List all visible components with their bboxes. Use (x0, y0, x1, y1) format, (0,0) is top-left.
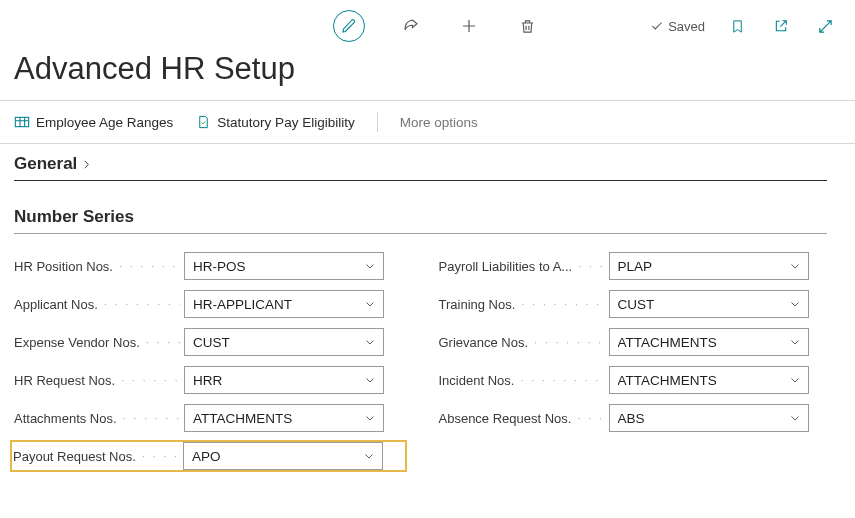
edit-button[interactable] (333, 10, 365, 42)
check-icon (650, 19, 664, 33)
field-input-wrap (184, 366, 384, 394)
bookmark-icon (730, 18, 745, 35)
lookup-input[interactable] (609, 404, 809, 432)
field-label: Applicant Nos.· · · · · · · · · · · · · … (14, 297, 184, 312)
field-label: Grievance Nos.· · · · · · · · · · · · · … (439, 335, 609, 350)
expand-icon (817, 18, 834, 35)
lookup-input[interactable] (609, 366, 809, 394)
field-label: Incident Nos.· · · · · · · · · · · · · ·… (439, 373, 609, 388)
field-label-text: Applicant Nos. (14, 297, 98, 312)
field-label-text: HR Request Nos. (14, 373, 115, 388)
toolbar-right-group: Saved (650, 14, 837, 38)
lookup-input[interactable] (609, 290, 809, 318)
field-label: HR Request Nos.· · · · · · · · · · · · ·… (14, 373, 184, 388)
saved-label: Saved (668, 19, 705, 34)
right-column: Payroll Liabilities to A...· · · · · · ·… (439, 252, 828, 480)
field-input-wrap (609, 328, 809, 356)
lookup-input[interactable] (184, 366, 384, 394)
dots-filler: · · · · · · · · · · · · · · · · · · (146, 335, 180, 349)
field-label-text: Absence Request Nos. (439, 411, 572, 426)
field-row: Applicant Nos.· · · · · · · · · · · · · … (14, 290, 403, 318)
field-label-text: Payout Request Nos. (13, 449, 136, 464)
lookup-input[interactable] (183, 442, 383, 470)
field-row: Attachments Nos.· · · · · · · · · · · · … (14, 404, 403, 432)
field-label: Absence Request Nos.· · · · · · · · · · … (439, 411, 609, 426)
action-employee-age-ranges[interactable]: Employee Age Ranges (14, 114, 173, 130)
expand-button[interactable] (813, 14, 837, 38)
lookup-input[interactable] (609, 328, 809, 356)
dots-filler: · · · · · · · · · · · · · · · · · · (520, 373, 604, 387)
document-check-icon (195, 114, 211, 130)
top-toolbar: Saved (0, 0, 855, 52)
field-input-wrap (184, 404, 384, 432)
field-label-text: Grievance Nos. (439, 335, 529, 350)
delete-button[interactable] (515, 14, 539, 38)
field-input-wrap (609, 366, 809, 394)
dots-filler: · · · · · · · · · · · · · · · · · · (123, 411, 180, 425)
field-label-text: Expense Vendor Nos. (14, 335, 140, 350)
action-label: Employee Age Ranges (36, 115, 173, 130)
action-bar: Employee Age Ranges Statutory Pay Eligib… (0, 100, 855, 144)
section-number-series-header: Number Series (14, 207, 827, 234)
toolbar-center-group (333, 10, 539, 42)
lookup-input[interactable] (184, 404, 384, 432)
field-row: Expense Vendor Nos.· · · · · · · · · · ·… (14, 328, 403, 356)
field-input-wrap (609, 290, 809, 318)
popout-button[interactable] (769, 14, 793, 38)
saved-indicator: Saved (650, 19, 705, 34)
table-icon (14, 114, 30, 130)
section-general-header[interactable]: General (14, 154, 827, 181)
field-label: HR Position Nos.· · · · · · · · · · · · … (14, 259, 184, 274)
field-row: Training Nos.· · · · · · · · · · · · · ·… (439, 290, 828, 318)
lookup-input[interactable] (609, 252, 809, 280)
chevron-right-icon (79, 157, 93, 171)
field-label: Payroll Liabilities to A...· · · · · · ·… (439, 259, 609, 274)
field-row: Incident Nos.· · · · · · · · · · · · · ·… (439, 366, 828, 394)
field-label: Attachments Nos.· · · · · · · · · · · · … (14, 411, 184, 426)
lookup-input[interactable] (184, 328, 384, 356)
field-row: Absence Request Nos.· · · · · · · · · · … (439, 404, 828, 432)
pencil-icon (341, 18, 357, 34)
field-input-wrap (184, 252, 384, 280)
left-column: HR Position Nos.· · · · · · · · · · · · … (14, 252, 403, 480)
field-input-wrap (183, 442, 383, 470)
dots-filler: · · · · · · · · · · · · · · · · · · (119, 259, 180, 273)
share-button[interactable] (399, 14, 423, 38)
action-label: Statutory Pay Eligibility (217, 115, 354, 130)
dots-filler: · · · · · · · · · · · · · · · · · · (142, 449, 179, 463)
field-row: HR Position Nos.· · · · · · · · · · · · … (14, 252, 403, 280)
dots-filler: · · · · · · · · · · · · · · · · · · (521, 297, 604, 311)
new-button[interactable] (457, 14, 481, 38)
dots-filler: · · · · · · · · · · · · · · · · · · (534, 335, 604, 349)
field-label-text: Training Nos. (439, 297, 516, 312)
field-label-text: Incident Nos. (439, 373, 515, 388)
plus-icon (460, 17, 478, 35)
field-input-wrap (184, 328, 384, 356)
action-statutory-pay[interactable]: Statutory Pay Eligibility (195, 114, 354, 130)
section-label: General (14, 154, 77, 174)
number-series-columns: HR Position Nos.· · · · · · · · · · · · … (14, 252, 827, 480)
field-label-text: Payroll Liabilities to A... (439, 259, 573, 274)
field-label-text: Attachments Nos. (14, 411, 117, 426)
lookup-input[interactable] (184, 252, 384, 280)
field-row: Grievance Nos.· · · · · · · · · · · · · … (439, 328, 828, 356)
more-options-link[interactable]: More options (400, 115, 478, 130)
bookmark-button[interactable] (725, 14, 749, 38)
field-row: HR Request Nos.· · · · · · · · · · · · ·… (14, 366, 403, 394)
body-area[interactable]: General Number Series HR Position Nos.· … (0, 144, 855, 514)
field-label: Training Nos.· · · · · · · · · · · · · ·… (439, 297, 609, 312)
svg-rect-0 (15, 117, 28, 126)
lookup-input[interactable] (184, 290, 384, 318)
field-label-text: HR Position Nos. (14, 259, 113, 274)
dots-filler: · · · · · · · · · · · · · · · · · · (577, 411, 604, 425)
page-title: Advanced HR Setup (0, 52, 855, 100)
share-icon (402, 17, 420, 35)
dots-filler: · · · · · · · · · · · · · · · · · · (104, 297, 180, 311)
trash-icon (519, 18, 536, 35)
field-input-wrap (609, 252, 809, 280)
dots-filler: · · · · · · · · · · · · · · · · · · (578, 259, 604, 273)
field-row: Payroll Liabilities to A...· · · · · · ·… (439, 252, 828, 280)
field-label: Expense Vendor Nos.· · · · · · · · · · ·… (14, 335, 184, 350)
dots-filler: · · · · · · · · · · · · · · · · · · (121, 373, 180, 387)
field-input-wrap (184, 290, 384, 318)
